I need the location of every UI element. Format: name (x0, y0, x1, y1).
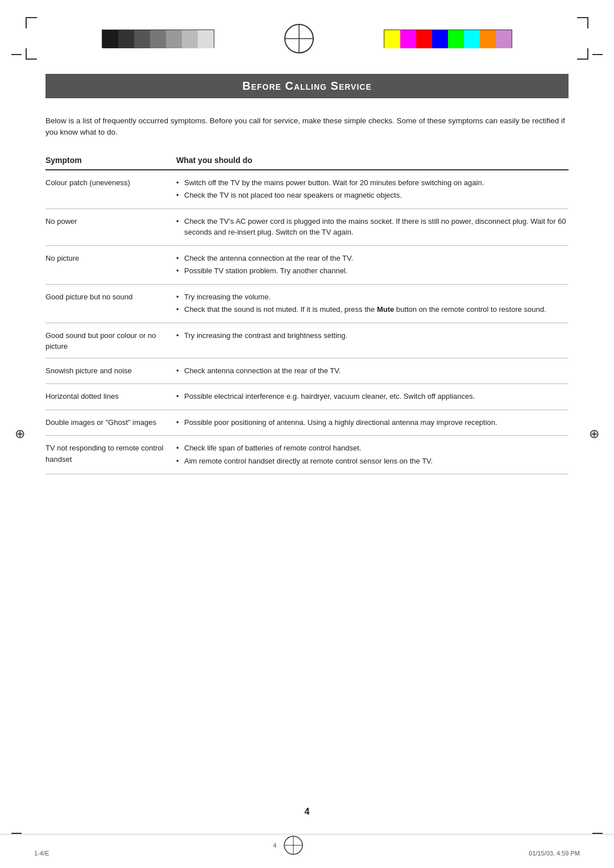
cs-r4 (432, 30, 448, 48)
footer-bar: 1-4/E 4 01/15/03, 4:59 PM (0, 834, 614, 868)
intro-text: Below is a list of frequently occurred s… (45, 115, 569, 139)
solution-cell: Check the TV's AC power cord is plugged … (176, 208, 569, 245)
symptom-cell: Horizontal dotted lines (45, 384, 176, 410)
solution-item: Possible poor positioning of antenna. Us… (176, 417, 569, 428)
solution-cell: Check life span of batteries of remote c… (176, 436, 569, 474)
solution-cell: Possible poor positioning of antenna. Us… (176, 410, 569, 436)
side-crosshair-right: ⊕ (586, 425, 603, 443)
solution-cell: Check antenna connection at the rear of … (176, 358, 569, 384)
solution-item: Try increasing the contrast and brightne… (176, 330, 569, 341)
symptom-cell: Double images or "Ghost" images (45, 410, 176, 436)
symptom-cell: Good sound but poor colour or no picture (45, 323, 176, 358)
cs-r5 (448, 30, 464, 48)
table-row: Double images or "Ghost" imagesPossible … (45, 410, 569, 436)
corner-marks-left (26, 17, 37, 60)
top-bar-area (0, 0, 614, 68)
center-crosshair (279, 22, 319, 56)
color-strip-left (102, 30, 214, 48)
cs-r8 (496, 30, 512, 48)
corner-mark-tr (577, 17, 588, 28)
symptom-cell: No power (45, 208, 176, 245)
symptom-cell: Snowish picture and noise (45, 358, 176, 384)
cs-r2 (400, 30, 416, 48)
page-number-area: 4 (0, 807, 614, 817)
color-strip-right (384, 30, 512, 48)
symptom-cell: Colour patch (uneveness) (45, 170, 176, 209)
cs-2 (118, 30, 134, 48)
solution-item: Switch off the TV by the mains power but… (176, 177, 569, 189)
page-wrapper: ⊕ ⊕ (0, 0, 614, 868)
symptom-cell: Good picture but no sound (45, 284, 176, 323)
left-tick-top (11, 54, 22, 55)
table-header-row: Symptom What you should do (45, 156, 569, 170)
solution-item: Check the TV is not placed too near spea… (176, 190, 569, 201)
page-title-box: Before Calling Service (45, 74, 569, 98)
corner-mark-br (577, 48, 588, 60)
table-row: TV not responding to remote control hand… (45, 436, 569, 474)
symptom-cell: No picture (45, 245, 176, 284)
table-row: Good sound but poor colour or no picture… (45, 323, 569, 358)
solution-item: Try increasing the volume. (176, 291, 569, 303)
solution-cell: Possible electrical interference e.g. ha… (176, 384, 569, 410)
corner-mark-bl (26, 48, 37, 60)
solution-cell: Try increasing the volume.Check that the… (176, 284, 569, 323)
page-number: 4 (305, 807, 310, 817)
solution-item: Check life span of batteries of remote c… (176, 443, 569, 454)
symptom-cell: TV not responding to remote control hand… (45, 436, 176, 474)
footer-center: 4 (273, 842, 276, 849)
corner-mark-tl (26, 17, 37, 28)
table-row: No powerCheck the TV's AC power cord is … (45, 208, 569, 245)
solution-item: Check the TV's AC power cord is plugged … (176, 216, 569, 238)
side-crosshair-left: ⊕ (11, 425, 28, 443)
cs-r6 (464, 30, 480, 48)
corner-marks-right (577, 17, 588, 60)
footer-right: 01/15/03, 4:59 PM (529, 850, 580, 857)
solution-item: Possible electrical interference e.g. ha… (176, 391, 569, 402)
solution-item: Check the antenna connection at the rear… (176, 253, 569, 264)
footer-crosshair (282, 834, 305, 857)
table-row: Colour patch (uneveness)Switch off the T… (45, 170, 569, 209)
table-row: Snowish picture and noiseCheck antenna c… (45, 358, 569, 384)
main-content: Before Calling Service Below is a list o… (0, 68, 614, 508)
solution-cell: Switch off the TV by the mains power but… (176, 170, 569, 209)
table-row: Horizontal dotted linesPossible electric… (45, 384, 569, 410)
footer-left: 1-4/E (34, 850, 49, 857)
cs-4 (150, 30, 166, 48)
solution-cell: Check the antenna connection at the rear… (176, 245, 569, 284)
solution-cell: Try increasing the contrast and brightne… (176, 323, 569, 358)
cs-5 (166, 30, 182, 48)
header-solution: What you should do (176, 156, 569, 170)
solution-item: Check that the sound is not muted. If it… (176, 304, 569, 315)
right-tick-top (592, 54, 603, 55)
cs-6 (182, 30, 198, 48)
cs-7 (198, 30, 214, 48)
cs-r7 (480, 30, 496, 48)
cs-1 (102, 30, 118, 48)
symptom-table: Symptom What you should do Colour patch … (45, 156, 569, 475)
header-symptom: Symptom (45, 156, 176, 170)
page-title: Before Calling Service (57, 80, 557, 93)
solution-item: Possible TV station problem. Try another… (176, 265, 569, 277)
solution-item: Aim remote control handset directly at r… (176, 456, 569, 467)
table-row: Good picture but no soundTry increasing … (45, 284, 569, 323)
cs-3 (134, 30, 150, 48)
cs-r3 (416, 30, 432, 48)
solution-item: Check antenna connection at the rear of … (176, 365, 569, 377)
cs-r1 (384, 30, 400, 48)
table-row: No pictureCheck the antenna connection a… (45, 245, 569, 284)
